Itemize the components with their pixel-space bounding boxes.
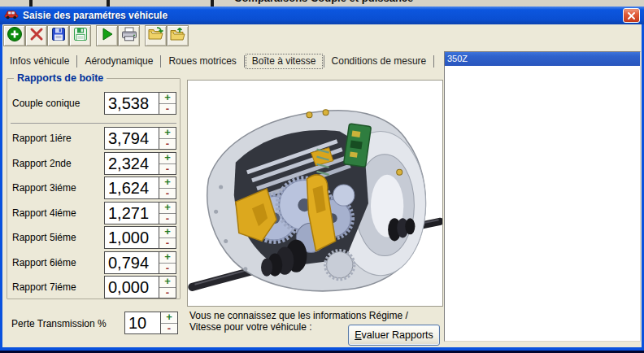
close-icon: [627, 11, 636, 20]
button-accelerator: E: [355, 329, 361, 341]
vehicle-listbox[interactable]: 350Z: [444, 51, 641, 342]
add-button[interactable]: [3, 25, 25, 46]
rapport-2-input[interactable]: [105, 153, 159, 174]
gear-ratios-groupbox: Rapports de boîte Couple conique + - Rap…: [7, 78, 181, 299]
field-label-rapport-2: Rapport 2nde: [12, 158, 72, 169]
background-window-strip: Comparaisons Couple et puissance: [0, 0, 644, 7]
print-button[interactable]: [118, 25, 140, 46]
field-label-rapport-4: Rapport 4iéme: [12, 207, 76, 219]
field-label-couple-conique: Couple conique: [12, 98, 80, 109]
delete-button[interactable]: [25, 25, 47, 46]
field-rapport-3: + -: [104, 176, 176, 199]
list-item-350z[interactable]: 350Z: [445, 52, 640, 66]
tab-boite-a-vitesse[interactable]: Boîte à vitesse: [246, 54, 323, 69]
button-label: valuer Rapports: [362, 329, 433, 341]
background-glyph: [107, 0, 110, 7]
spin-down-button[interactable]: -: [161, 324, 177, 334]
car-icon: [4, 8, 19, 23]
spin-down-button[interactable]: -: [159, 288, 176, 299]
tabstrip: Infos véhicule Aérodynamique Roues motri…: [3, 52, 435, 70]
spin-down-button[interactable]: -: [159, 214, 176, 224]
run-button[interactable]: [96, 25, 118, 46]
field-rapport-2: + -: [104, 152, 176, 175]
couple-conique-input[interactable]: [105, 93, 159, 114]
field-label-rapport-1: Rapport 1iére: [12, 133, 72, 144]
gearbox-cutaway-image: [188, 81, 442, 306]
evaluation-prompt-line1: Vous ne connaissez que les informations …: [189, 310, 433, 321]
tab-separator: [76, 55, 77, 68]
spin-down-button[interactable]: -: [159, 189, 176, 199]
export-button[interactable]: [167, 25, 189, 46]
spinner: + -: [159, 128, 176, 149]
field-label-rapport-6: Rapport 6iéme: [12, 257, 76, 268]
import-button[interactable]: [145, 25, 167, 46]
save-button[interactable]: [47, 25, 69, 46]
green-floppy-icon: [72, 26, 89, 46]
background-glyph: [211, 0, 214, 7]
tab-separator: [433, 55, 434, 68]
spinner: + -: [159, 277, 176, 298]
background-glyph: [29, 0, 33, 7]
save-alt-button[interactable]: [69, 25, 91, 46]
tab-conditions-de-mesure[interactable]: Conditions de mesure: [325, 54, 433, 69]
folder-out-arrow-icon: [169, 26, 187, 46]
gearbox-image-panel: [187, 80, 443, 307]
field-label-rapport-7: Rapport 7iéme: [12, 281, 76, 293]
close-button[interactable]: [623, 8, 640, 23]
tab-roues-motrices[interactable]: Roues motrices: [162, 54, 242, 69]
play-icon: [99, 26, 115, 46]
toolbar: [3, 25, 189, 47]
rapport-4-input[interactable]: [105, 203, 159, 224]
tab-separator: [324, 55, 324, 68]
spin-down-button[interactable]: -: [159, 264, 176, 274]
folder-in-arrow-icon: [147, 26, 165, 46]
rapport-5-input[interactable]: [105, 227, 159, 248]
spin-down-button[interactable]: -: [159, 238, 176, 249]
field-rapport-7: + -: [104, 276, 176, 299]
window-title: Saisie des paramétres véhicule: [23, 10, 168, 21]
transmission-loss-input[interactable]: [125, 312, 160, 333]
background-window-title: Comparaisons Couple et puissance: [234, 0, 413, 4]
evaluate-ratios-button[interactable]: Evaluer Rapports: [348, 325, 440, 346]
field-rapport-1: + -: [104, 127, 176, 150]
rapport-7-input[interactable]: [105, 277, 159, 298]
rapport-3-input[interactable]: [105, 177, 159, 198]
spin-down-button[interactable]: -: [159, 139, 176, 150]
spinner: + -: [159, 252, 176, 273]
printer-icon: [120, 26, 138, 46]
titlebar[interactable]: Saisie des paramétres véhicule: [0, 7, 644, 24]
field-couple-conique: + -: [104, 92, 176, 115]
rapport-1-input[interactable]: [105, 128, 159, 149]
field-rapport-6: + -: [104, 251, 176, 274]
blue-floppy-icon: [50, 26, 67, 46]
tab-infos-vehicule[interactable]: Infos véhicule: [3, 54, 76, 69]
tab-aerodynamique[interactable]: Aérodynamique: [78, 54, 159, 69]
spinner: + -: [159, 153, 176, 174]
spin-down-button[interactable]: -: [159, 164, 176, 175]
field-label-rapport-5: Rapport 5iéme: [12, 232, 76, 243]
groupbox-title: Rapports de boîte: [14, 72, 107, 84]
divider: [11, 123, 176, 124]
tab-separator: [244, 55, 245, 68]
spinner: + -: [159, 177, 176, 198]
spinner: + -: [159, 203, 176, 224]
spinner: + -: [159, 93, 176, 114]
field-rapport-5: + -: [104, 226, 176, 249]
spin-down-button[interactable]: -: [159, 104, 176, 115]
tab-separator: [160, 55, 161, 68]
plus-circle-icon: [7, 26, 23, 46]
rapport-6-input[interactable]: [105, 252, 159, 273]
spinner: + -: [160, 312, 177, 333]
red-x-icon: [28, 26, 45, 46]
transmission-loss-field: + -: [124, 312, 178, 334]
field-label-rapport-3: Rapport 3iéme: [12, 182, 76, 194]
spinner: + -: [159, 227, 176, 248]
field-rapport-4: + -: [104, 202, 176, 224]
transmission-loss-label: Perte Transmission %: [11, 318, 107, 329]
